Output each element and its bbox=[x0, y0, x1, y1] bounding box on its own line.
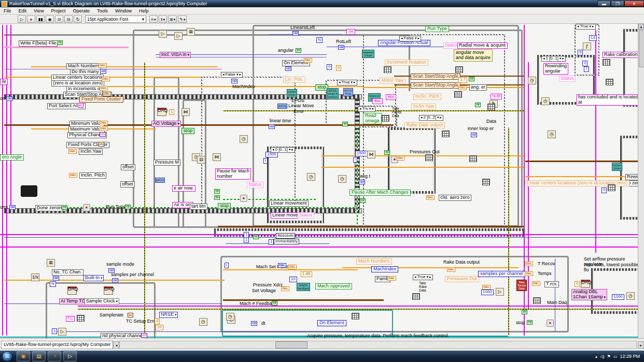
gridicon-icon[interactable] bbox=[412, 293, 420, 300]
menu-edit[interactable]: Edit bbox=[15, 8, 31, 13]
inches-clicks[interactable]: inches /clicks bbox=[287, 89, 297, 97]
epos[interactable]: EPOS bbox=[155, 178, 165, 183]
step-over-button[interactable]: ↻ bbox=[74, 16, 82, 23]
dbl-terminal[interactable]: DBL bbox=[447, 267, 455, 272]
dbl-terminal[interactable]: DBL bbox=[426, 195, 435, 200]
menu-operate[interactable]: Operate bbox=[69, 8, 93, 13]
arr-terminal[interactable]: arr bbox=[128, 313, 133, 317]
block-diagram-canvas[interactable]: Write F(beta) FileTFMach NumbersDBLDo th… bbox=[0, 24, 644, 338]
tf-terminal[interactable]: TF bbox=[214, 189, 220, 194]
n[interactable]: N bbox=[316, 37, 323, 43]
true[interactable]: True bbox=[337, 80, 357, 85]
gridicon-icon[interactable] bbox=[482, 179, 490, 185]
gridicon-icon[interactable] bbox=[487, 104, 495, 110]
2-0-2[interactable]: 2 [0..2] bbox=[419, 115, 443, 121]
incl-visa-in[interactable]: Incl. VISA in bbox=[160, 52, 191, 58]
9[interactable]: 9 bbox=[578, 50, 583, 55]
taskbar-app-icon-3[interactable]: ▷ bbox=[63, 351, 77, 361]
start-button[interactable]: ⊞ bbox=[2, 351, 12, 361]
gridicon-icon[interactable] bbox=[608, 184, 615, 191]
dbl-terminal[interactable]: DBL bbox=[281, 286, 289, 291]
tc[interactable]: TC bbox=[66, 316, 75, 322]
gridicon-icon[interactable] bbox=[603, 59, 610, 66]
stop[interactable]: stop bbox=[218, 203, 231, 209]
menu-tools[interactable]: Tools bbox=[93, 8, 111, 13]
epos-smart-4-position[interactable]: EPOS smart 4 position bbox=[327, 88, 339, 99]
dbl-terminal[interactable]: DBL bbox=[388, 276, 396, 281]
dbl-terminal[interactable]: DBL bbox=[100, 86, 108, 91]
false[interactable]: False bbox=[221, 72, 243, 78]
gridicon-icon[interactable] bbox=[352, 313, 359, 320]
i32-terminal[interactable]: I32 bbox=[292, 31, 299, 36]
taskbar-app-icon-2[interactable]: ◔ bbox=[48, 351, 61, 361]
distribute-objects-dropdown[interactable]: ‖ bbox=[159, 16, 167, 23]
gridicon-icon[interactable] bbox=[442, 131, 450, 137]
dbl-terminal[interactable]: DBL bbox=[278, 263, 286, 268]
scroll-up-arrow-icon[interactable]: ▲ bbox=[638, 24, 644, 30]
i[interactable]: i bbox=[225, 263, 229, 268]
speaker-icon[interactable]: ◁) bbox=[600, 354, 605, 359]
icon-icon[interactable]: ƒ bbox=[583, 42, 591, 50]
take-temps-data[interactable]: Take Temps Data bbox=[516, 280, 527, 291]
i32-terminal[interactable]: I32 bbox=[231, 79, 237, 83]
resize-objects-dropdown[interactable]: ⊞ bbox=[168, 16, 177, 23]
tf-terminal[interactable]: TF bbox=[527, 320, 533, 325]
close-button[interactable]: ✕ bbox=[624, 1, 644, 7]
dbl-terminal[interactable]: DBL bbox=[102, 77, 110, 81]
false[interactable]: False bbox=[399, 36, 421, 41]
dbl-terminal[interactable]: DBL bbox=[288, 265, 297, 269]
icon-icon[interactable]: ◷ bbox=[338, 175, 346, 183]
0[interactable]: 0 bbox=[336, 65, 341, 71]
dbl-terminal[interactable]: DBL bbox=[103, 92, 111, 96]
analog-dbl-1chan-1samp[interactable]: Analog DBL 1Chan 1Samp bbox=[571, 289, 607, 300]
1-x-icon[interactable]: 1/x bbox=[31, 273, 39, 281]
1-7[interactable]: 1.7 bbox=[458, 77, 467, 83]
dbl-terminal[interactable]: DBL bbox=[396, 156, 404, 161]
icon-icon[interactable]: ◷ bbox=[226, 313, 234, 321]
scroll-right-arrow-icon[interactable]: ▸ bbox=[638, 341, 644, 349]
gridicon-icon[interactable] bbox=[606, 79, 613, 85]
daq-icon[interactable]: DAQ bbox=[104, 286, 113, 295]
nrse[interactable]: NRSE bbox=[159, 312, 178, 318]
maximize-button[interactable]: ❐ bbox=[611, 1, 624, 7]
icon-icon[interactable]: ◷ bbox=[240, 135, 248, 143]
action-center-flag-icon[interactable]: ⚑ bbox=[607, 354, 611, 359]
icon-icon[interactable]: ⊞ bbox=[187, 28, 195, 36]
1000[interactable]: 1000 bbox=[612, 294, 624, 300]
10[interactable]: 10 bbox=[289, 277, 297, 282]
highlight-execution-button[interactable]: ◉ bbox=[46, 16, 54, 23]
abc[interactable]: Abc bbox=[372, 98, 383, 104]
epos-rge[interactable]: EPOS RGE bbox=[343, 88, 353, 96]
dbl-terminal[interactable]: DBL bbox=[68, 149, 77, 154]
1[interactable]: 1 bbox=[269, 239, 274, 245]
gridicon-icon[interactable] bbox=[425, 154, 433, 161]
1500[interactable]: 1500 bbox=[355, 151, 368, 156]
icon-icon[interactable]: ▷ bbox=[159, 30, 167, 38]
i32-terminal[interactable]: I32 bbox=[112, 278, 118, 283]
i[interactable]: i bbox=[263, 158, 268, 164]
pause-button[interactable]: ▮▮ bbox=[36, 16, 45, 23]
i32-terminal[interactable]: I32 bbox=[359, 180, 365, 184]
redbtn-stop-button[interactable]: ● bbox=[547, 320, 554, 327]
dbl-terminal[interactable]: DBL bbox=[99, 63, 107, 68]
tf-terminal[interactable]: TF bbox=[253, 235, 259, 239]
absolute[interactable]: Absolute bbox=[276, 233, 295, 239]
dbl-terminal[interactable]: DBL bbox=[482, 285, 491, 289]
scroll-left-arrow-icon[interactable]: ◂ bbox=[113, 341, 119, 349]
step-into-button[interactable]: ⊟ bbox=[64, 16, 73, 23]
0[interactable]: 0 bbox=[575, 281, 580, 287]
0[interactable]: 0 bbox=[601, 187, 607, 193]
arr-terminal[interactable]: arr bbox=[78, 103, 83, 108]
execution-target-label[interactable]: LV85-Rake-flow-tunnel-project2.lvproj/My… bbox=[1, 341, 113, 349]
clock[interactable]: 12:29 PM bbox=[620, 354, 640, 359]
1-85[interactable]: 1.85 bbox=[301, 271, 312, 277]
icon-icon[interactable]: ⊟ bbox=[197, 156, 205, 164]
1[interactable]: 1 bbox=[52, 328, 57, 334]
redbtn-stop-button[interactable]: ● bbox=[83, 204, 90, 211]
14[interactable]: 14 bbox=[589, 35, 597, 41]
i-o-terminal[interactable]: I/O bbox=[100, 132, 106, 137]
i32-terminal[interactable]: I32 bbox=[100, 69, 106, 74]
icon-icon[interactable]: ◷ bbox=[541, 97, 550, 105]
show-hidden-icons-icon[interactable]: ▴ bbox=[595, 354, 597, 359]
true[interactable]: True bbox=[413, 274, 433, 280]
